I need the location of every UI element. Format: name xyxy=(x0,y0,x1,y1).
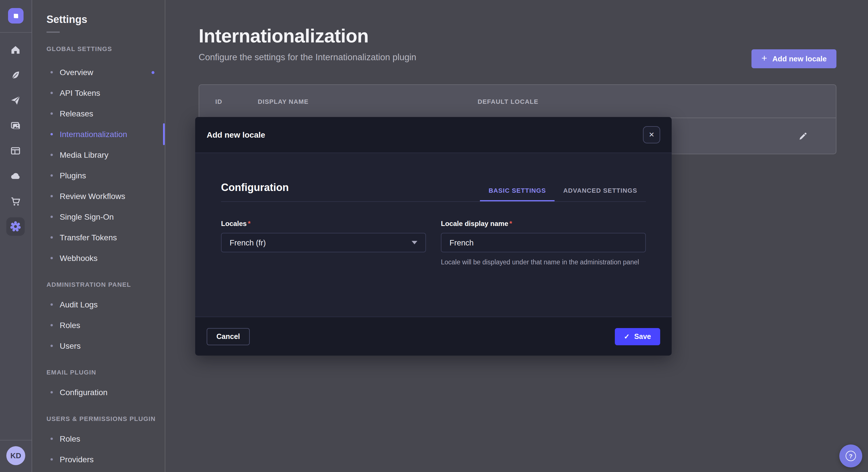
strapi-logo[interactable] xyxy=(8,8,24,24)
configuration-section-head: Configuration BASIC SETTINGS ADVANCED SE… xyxy=(221,182,646,202)
strapi-logo-glyph xyxy=(11,11,21,21)
sidebar-item-transfer-tokens[interactable]: Transfer Tokens xyxy=(32,227,165,248)
help-button[interactable]: ? xyxy=(839,444,862,467)
sidebar-item-up-roles[interactable]: Roles xyxy=(32,429,165,449)
close-icon[interactable]: ✕ xyxy=(643,126,660,143)
active-item-indicator xyxy=(163,123,165,145)
locales-select[interactable]: French (fr) xyxy=(221,233,426,252)
locales-label: Locales* xyxy=(221,220,426,228)
bullet-icon xyxy=(51,195,53,197)
bullet-icon xyxy=(51,71,53,73)
sidebar-item-plugins[interactable]: Plugins xyxy=(32,165,165,186)
sidebar-item-admin-roles[interactable]: Roles xyxy=(32,315,165,336)
modal-body: Configuration BASIC SETTINGS ADVANCED SE… xyxy=(195,153,672,316)
tab-basic-settings[interactable]: BASIC SETTINGS xyxy=(480,187,555,201)
rail-divider xyxy=(0,440,32,440)
modal-title: Add new locale xyxy=(207,130,265,139)
layout-panel-icon[interactable] xyxy=(6,142,25,160)
media-library-icon[interactable] xyxy=(6,116,25,135)
section-header-administration-panel: ADMINISTRATION PANEL xyxy=(46,281,165,289)
locales-select-value: French (fr) xyxy=(229,238,266,247)
table-header-row: ID DISPLAY NAME DEFAULT LOCALE xyxy=(199,85,836,118)
configuration-title: Configuration xyxy=(221,182,289,201)
display-name-helper-text: Locale will be displayed under that name… xyxy=(441,258,646,267)
section-header-users-permissions-plugin: USERS & PERMISSIONS PLUGIN xyxy=(46,415,165,423)
bullet-icon xyxy=(51,438,53,440)
sidebar-item-overview[interactable]: Overview xyxy=(32,62,165,82)
bullet-icon xyxy=(51,133,53,135)
sidebar-item-internationalization[interactable]: Internationalization xyxy=(32,124,165,144)
required-asterisk: * xyxy=(509,220,512,228)
sidebar-item-admin-users[interactable]: Users xyxy=(32,336,165,356)
marketplace-cart-icon[interactable] xyxy=(6,192,25,210)
sidebar-item-api-tokens[interactable]: API Tokens xyxy=(32,82,165,103)
avatar-initials: KD xyxy=(10,451,21,460)
chevron-down-icon xyxy=(412,241,417,244)
sidebar-item-releases[interactable]: Releases xyxy=(32,103,165,124)
tab-advanced-settings[interactable]: ADVANCED SETTINGS xyxy=(555,187,646,201)
nav-list-users-permissions: Roles Providers xyxy=(32,429,165,470)
column-header-display-name: DISPLAY NAME xyxy=(258,98,477,105)
nav-list-administration-panel: Audit Logs Roles Users xyxy=(32,294,165,356)
send-plane-icon[interactable] xyxy=(6,91,25,109)
workspace-rail: KD xyxy=(0,0,32,472)
nav-list-global-settings: Overview API Tokens Releases Internation… xyxy=(32,62,165,268)
cancel-button[interactable]: Cancel xyxy=(207,328,250,345)
modal-footer: Cancel ✓ Save xyxy=(195,316,672,356)
sidebar-item-audit-logs[interactable]: Audit Logs xyxy=(32,294,165,315)
sidebar-item-review-workflows[interactable]: Review Workflows xyxy=(32,186,165,206)
bullet-icon xyxy=(51,458,53,461)
nav-list-email-plugin: Configuration xyxy=(32,382,165,403)
app-viewport: KD Settings GLOBAL SETTINGS Overview API… xyxy=(0,0,868,472)
edit-pencil-icon[interactable] xyxy=(795,128,811,144)
question-mark-icon: ? xyxy=(846,451,856,461)
bullet-icon xyxy=(51,324,53,326)
notification-dot xyxy=(152,71,154,74)
bullet-icon xyxy=(51,112,53,115)
bullet-icon xyxy=(51,216,53,218)
bullet-icon xyxy=(51,236,53,239)
column-header-id: ID xyxy=(215,98,258,105)
sidebar-item-media-library[interactable]: Media Library xyxy=(32,144,165,165)
cloud-icon[interactable] xyxy=(6,167,25,185)
bullet-icon xyxy=(51,174,53,177)
page-title: Internationalization xyxy=(198,25,836,46)
add-new-locale-modal: Add new locale ✕ Configuration BASIC SET… xyxy=(195,117,672,356)
sidebar-item-single-sign-on[interactable]: Single Sign-On xyxy=(32,206,165,227)
home-icon[interactable] xyxy=(6,41,25,59)
sidebar-item-email-configuration[interactable]: Configuration xyxy=(32,382,165,403)
bullet-icon xyxy=(51,154,53,156)
locale-form: Locales* French (fr) Locale display name… xyxy=(221,220,646,267)
title-divider xyxy=(46,32,60,33)
settings-sidebar: Settings GLOBAL SETTINGS Overview API To… xyxy=(32,0,165,472)
settings-tabs: BASIC SETTINGS ADVANCED SETTINGS xyxy=(480,187,646,201)
bullet-icon xyxy=(51,345,53,347)
user-avatar[interactable]: KD xyxy=(6,446,25,465)
section-header-email-plugin: EMAIL PLUGIN xyxy=(46,369,165,376)
add-new-locale-button[interactable]: + Add new locale xyxy=(752,49,836,68)
bullet-icon xyxy=(51,303,53,306)
modal-header: Add new locale ✕ xyxy=(195,117,672,153)
content-manager-feather-icon[interactable] xyxy=(6,66,25,84)
required-asterisk: * xyxy=(248,220,250,228)
bullet-icon xyxy=(51,92,53,94)
save-button[interactable]: ✓ Save xyxy=(615,328,660,345)
bullet-icon xyxy=(51,391,53,394)
column-header-default-locale: DEFAULT LOCALE xyxy=(477,98,836,105)
bullet-icon xyxy=(51,257,53,259)
locale-display-name-input[interactable] xyxy=(441,233,646,252)
rail-nav xyxy=(0,33,31,243)
sidebar-title: Settings xyxy=(46,14,165,26)
sidebar-item-up-providers[interactable]: Providers xyxy=(32,449,165,470)
display-name-label: Locale display name* xyxy=(441,220,646,228)
plus-icon: + xyxy=(762,53,767,63)
settings-gear-icon[interactable] xyxy=(6,217,25,236)
sidebar-item-webhooks[interactable]: Webhooks xyxy=(32,248,165,268)
page-subtitle: Configure the settings for the Internati… xyxy=(198,52,836,63)
section-header-global-settings: GLOBAL SETTINGS xyxy=(46,45,165,53)
check-icon: ✓ xyxy=(624,332,629,340)
